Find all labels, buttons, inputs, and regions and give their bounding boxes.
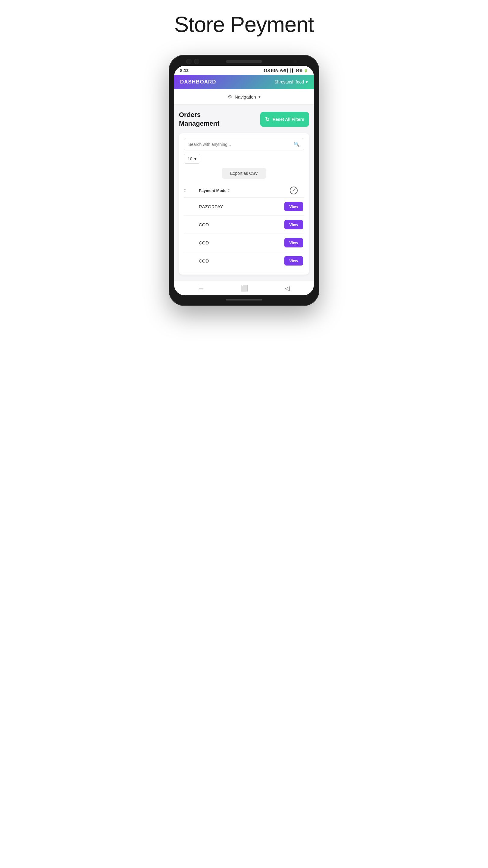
search-icon: 🔍	[294, 141, 300, 147]
table-row: COD View	[184, 216, 304, 234]
export-csv-button[interactable]: Export as CSV	[222, 168, 266, 179]
table-row: COD View	[184, 252, 304, 270]
per-page-select[interactable]: 10 ▾	[184, 154, 200, 164]
bottom-nav: ☰ ⬜ ◁	[174, 281, 314, 296]
payment-header-label: Payment Mode	[199, 188, 227, 193]
orders-title: Orders Management	[179, 111, 219, 128]
battery-icon: 🔋	[304, 69, 308, 73]
back-icon[interactable]: ◁	[285, 284, 290, 292]
check-circle-icon: ✓	[290, 187, 298, 194]
cell-payment-2: COD	[199, 222, 283, 227]
store-chevron-icon: ▾	[306, 80, 308, 84]
phone-speaker	[226, 60, 262, 63]
status-time: 8:12	[180, 68, 189, 73]
filter-icon: ⚙	[227, 93, 232, 100]
cell-action-3: View	[283, 238, 304, 247]
orders-header: Orders Management ↻ Reset All Filters	[179, 111, 309, 128]
search-row[interactable]: 🔍	[184, 138, 304, 150]
cell-action-4: View	[283, 256, 304, 266]
store-name-label: Shreyansh food	[274, 80, 304, 84]
navigation-bar: ⚙ Navigation ▾	[174, 89, 314, 104]
phone-top-bar	[174, 60, 314, 63]
phone-bottom-bar	[174, 299, 314, 301]
cell-payment-4: COD	[199, 258, 283, 264]
dashboard-title: DASHBOARD	[180, 79, 216, 85]
num-sort-arrows: ▲▼	[184, 188, 186, 193]
main-content: Orders Management ↻ Reset All Filters 🔍 …	[174, 104, 314, 281]
view-button-2[interactable]: View	[284, 220, 303, 229]
payment-sort-arrows: ▲▼	[228, 188, 230, 193]
table-card: 🔍 10 ▾ Export as CSV ▲▼	[179, 133, 309, 275]
phone-screen: 8:12 58.0 KB/s VoR ▎▎▎ 97% 🔋 DASHBOARD S…	[174, 66, 314, 296]
signal-bars: ▎▎▎	[287, 69, 295, 73]
dashboard-header: DASHBOARD Shreyansh food ▾	[174, 75, 314, 89]
home-indicator	[226, 299, 262, 301]
view-button-1[interactable]: View	[284, 202, 303, 211]
page-title: Store Peyment	[174, 12, 314, 37]
network-speed: 58.0 KB/s	[264, 69, 279, 72]
nav-chevron-icon: ▾	[258, 94, 261, 99]
view-button-3[interactable]: View	[284, 238, 303, 247]
col-num-header: ▲▼	[184, 188, 199, 193]
battery-level: 97%	[296, 69, 302, 72]
menu-icon[interactable]: ☰	[198, 284, 204, 292]
table-header-row: ▲▼ Payment Mode ▲▼ ✓	[184, 184, 304, 198]
col-action-header: ✓	[283, 187, 304, 194]
export-btn-wrapper: Export as CSV	[184, 168, 304, 179]
col-payment-header: Payment Mode ▲▼	[199, 188, 283, 193]
phone-front-cam	[293, 60, 297, 63]
reset-button-label: Reset All Filters	[272, 117, 304, 122]
store-name-button[interactable]: Shreyansh food ▾	[274, 80, 308, 84]
table-row: RAZORPAY View	[184, 198, 304, 216]
phone-camera-left	[186, 59, 192, 64]
cell-action-2: View	[283, 220, 304, 229]
reset-icon: ↻	[265, 116, 270, 123]
view-button-4[interactable]: View	[284, 256, 303, 266]
cell-payment-3: COD	[199, 240, 283, 245]
status-bar: 8:12 58.0 KB/s VoR ▎▎▎ 97% 🔋	[174, 66, 314, 75]
table-row: COD View	[184, 234, 304, 252]
status-right: 58.0 KB/s VoR ▎▎▎ 97% 🔋	[264, 69, 308, 73]
phone-camera-right	[194, 59, 199, 64]
search-input[interactable]	[188, 142, 294, 147]
phone-shell: 8:12 58.0 KB/s VoR ▎▎▎ 97% 🔋 DASHBOARD S…	[169, 55, 319, 306]
per-page-chevron-icon: ▾	[194, 156, 196, 161]
cell-payment-1: RAZORPAY	[199, 204, 283, 209]
per-page-value: 10	[188, 156, 193, 161]
network-type: VoR	[280, 69, 286, 72]
navigation-label: Navigation	[235, 94, 256, 99]
reset-filters-button[interactable]: ↻ Reset All Filters	[260, 112, 309, 127]
home-icon[interactable]: ⬜	[241, 284, 248, 292]
cell-action-1: View	[283, 202, 304, 211]
